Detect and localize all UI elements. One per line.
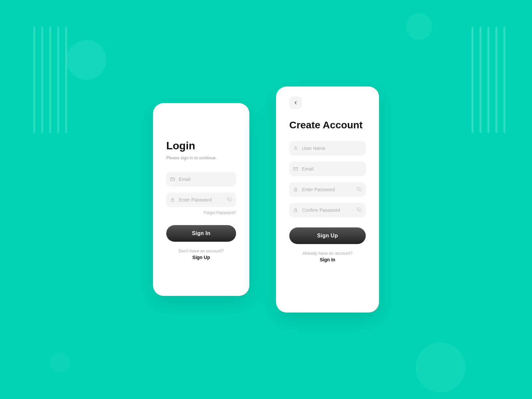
signup-password-input[interactable] [289,182,366,197]
no-account-prompt: Don't have an account? [166,248,236,253]
login-password-group [166,193,236,207]
login-email-input[interactable] [166,172,236,187]
login-email-group [166,172,236,187]
signup-password-group [289,182,366,197]
signup-email-input[interactable] [289,162,366,176]
eye-off-icon-password[interactable] [356,187,362,193]
login-title: Login [166,140,236,152]
signup-username-input[interactable] [289,141,366,156]
lock-icon-password [293,187,298,192]
sign-in-button[interactable]: Sign In [166,225,236,242]
user-icon [293,146,298,151]
eye-off-icon[interactable] [227,197,232,203]
signup-confirm-password-group [289,203,366,217]
back-arrow-icon [293,100,298,105]
lock-icon-confirm [293,208,298,212]
signup-link[interactable]: Sign Up [166,255,236,260]
login-password-input[interactable] [166,193,236,207]
have-account-prompt: Already have an account? [289,251,366,256]
login-card: Login Please sign in to continue. [153,103,249,296]
signup-username-group [289,141,366,156]
signup-title: Create Account [289,119,366,131]
svg-rect-7 [294,210,297,212]
login-subtitle: Please sign in to continue. [166,155,236,160]
svg-point-3 [295,147,297,148]
svg-rect-1 [171,200,174,201]
svg-rect-5 [294,189,297,191]
signup-email-group [289,162,366,176]
forgot-password-link[interactable]: Forgot Password? [166,210,236,215]
email-icon [170,177,175,182]
lock-icon [170,198,175,202]
signup-confirm-password-input[interactable] [289,203,366,217]
sign-up-button[interactable]: Sign Up [289,227,366,244]
signup-card: Create Account [276,86,379,313]
email-icon-signup [293,167,298,171]
back-button[interactable] [289,96,302,109]
eye-off-icon-confirm[interactable] [356,207,362,213]
signin-link[interactable]: Sign In [289,257,366,262]
cards-container: Login Please sign in to continue. [153,86,379,313]
